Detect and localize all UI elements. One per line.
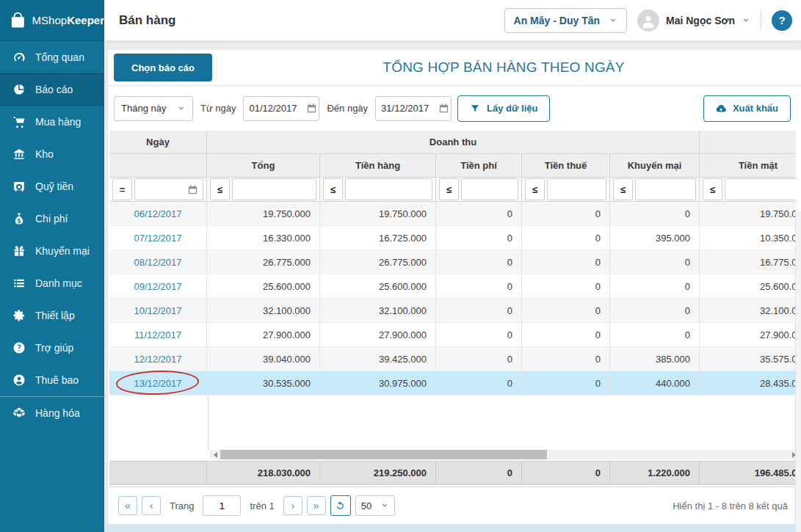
tien-mat-filter-field[interactable]: [730, 184, 796, 195]
sidebar-item-tro-giup[interactable]: Trợ giúp: [0, 332, 104, 364]
vertical-scrollbar-strip[interactable]: [795, 211, 801, 532]
list-icon: [12, 277, 26, 290]
scrollbar-track[interactable]: [220, 450, 789, 459]
store-selector-dropdown[interactable]: An Mây - Duy Tân: [504, 8, 627, 33]
page-size-select[interactable]: 50: [355, 495, 395, 516]
total-tien-phi: 0: [436, 462, 522, 484]
column-header-ngay[interactable]: Ngày: [109, 131, 207, 153]
sidebar-item-thue-bao[interactable]: Thuê bao: [0, 364, 104, 396]
table-row[interactable]: 06/12/2017 19.750.000 19.750.000 0 0 0 1…: [109, 202, 796, 226]
sidebar-item-label: Mua hàng: [35, 116, 81, 128]
date-filter-field[interactable]: [139, 184, 187, 195]
khuyen-mai-filter-field[interactable]: [640, 184, 691, 195]
table-row[interactable]: 07/12/2017 16.330.000 16.725.000 0 0 395…: [109, 226, 796, 250]
total-khuyen-mai: 1.220.000: [610, 462, 700, 484]
cell-tien-hang: 26.775.000: [320, 250, 436, 274]
sidebar-item-quy-tien[interactable]: Quỹ tiền: [0, 170, 104, 203]
column-header-tien-mat[interactable]: Tiền mặt: [700, 154, 796, 177]
tien-hang-filter-input[interactable]: [345, 178, 432, 200]
calendar-icon[interactable]: [187, 184, 198, 195]
table-row[interactable]: 09/12/2017 25.600.000 25.600.000 0 0 0 2…: [109, 274, 796, 299]
report-table: Ngày Doanh thu Tổng Tiền hàng Tiền phí T…: [108, 131, 801, 459]
first-page-button[interactable]: «: [118, 496, 137, 515]
tien-phi-filter-operator[interactable]: ≤: [439, 178, 459, 200]
date-filter-operator[interactable]: =: [112, 178, 132, 200]
from-date-value[interactable]: [249, 103, 302, 114]
sidebar-item-hang-hoa[interactable]: Hàng hóa: [0, 397, 104, 429]
date-link[interactable]: 08/12/2017: [109, 250, 207, 274]
page-size-value: 50: [361, 500, 371, 511]
date-link[interactable]: 06/12/2017: [109, 202, 207, 225]
column-header-tien-hang[interactable]: Tiền hàng: [320, 154, 436, 177]
tong-filter-field[interactable]: [237, 184, 311, 195]
total-tien-mat: 196.485.000: [700, 462, 796, 484]
tien-hang-filter-operator[interactable]: ≤: [323, 178, 343, 200]
sidebar-item-mua-hang[interactable]: Mua hàng: [0, 106, 104, 138]
table-row[interactable]: 10/12/2017 32.100.000 32.100.000 0 0 0 3…: [109, 299, 796, 323]
tien-mat-filter-input[interactable]: [725, 178, 796, 200]
date-link-circled[interactable]: 13/12/2017: [109, 371, 207, 395]
sidebar-item-kho[interactable]: Kho: [0, 138, 104, 170]
cell-khuyen-mai: 440.000: [610, 371, 700, 395]
prev-page-button[interactable]: ‹: [142, 496, 161, 515]
calendar-icon[interactable]: [306, 103, 317, 114]
sidebar-item-bao-cao[interactable]: Báo cáo: [0, 73, 104, 106]
page-number-input[interactable]: [203, 495, 241, 516]
choose-report-button[interactable]: Chọn báo cáo: [114, 54, 212, 81]
date-link[interactable]: 11/12/2017: [109, 323, 207, 346]
sidebar-item-chi-phi[interactable]: Chi phí: [0, 203, 104, 235]
sidebar-item-khuyen-mai[interactable]: Khuyến mại: [0, 235, 104, 267]
report-toolbar: Chọn báo cáo TỔNG HỢP BÁN HÀNG THEO NGÀY: [108, 50, 801, 86]
column-header-tien-phi[interactable]: Tiền phí: [436, 154, 522, 177]
brand-name-light: MShop: [32, 14, 68, 26]
tong-filter-input[interactable]: [232, 178, 316, 200]
period-select[interactable]: Tháng này: [114, 96, 193, 121]
to-date-input[interactable]: [375, 96, 452, 121]
page-of-label: trên 1: [245, 500, 278, 511]
last-page-button[interactable]: »: [307, 496, 326, 515]
money-bag-icon: [12, 212, 26, 225]
khuyen-mai-filter-operator[interactable]: ≤: [613, 178, 633, 200]
tien-phi-filter-field[interactable]: [466, 184, 513, 195]
tien-phi-filter-input[interactable]: [461, 178, 518, 200]
khuyen-mai-filter-input[interactable]: [635, 178, 696, 200]
brand-logo[interactable]: MShopKeeper: [0, 0, 104, 41]
refresh-button[interactable]: [330, 495, 351, 516]
horizontal-scrollbar[interactable]: [210, 450, 796, 459]
help-button[interactable]: ?: [772, 10, 792, 31]
tien-thue-filter-operator[interactable]: ≤: [525, 178, 545, 200]
calendar-icon[interactable]: [438, 103, 449, 114]
scroll-left-arrow[interactable]: [210, 450, 220, 459]
tien-thue-filter-input[interactable]: [547, 178, 606, 200]
sidebar-item-tong-quan[interactable]: Tổng quan: [0, 41, 104, 73]
column-header-tien-thue[interactable]: Tiền thuế: [522, 154, 610, 177]
table-filter-row: = ≤ ≤ ≤ ≤ ≤ ≤: [109, 178, 796, 202]
user-menu[interactable]: Mai Ngọc Sơn: [637, 10, 750, 32]
date-filter-input[interactable]: [134, 178, 203, 200]
cell-tong: 30.535.000: [207, 371, 320, 395]
date-link[interactable]: 10/12/2017: [109, 299, 207, 322]
date-link[interactable]: 12/12/2017: [109, 347, 207, 371]
scrollbar-thumb[interactable]: [220, 450, 547, 459]
export-button[interactable]: Xuất khẩu: [703, 95, 791, 122]
sidebar-item-thiet-lap[interactable]: Thiết lập: [0, 299, 104, 332]
tien-thue-filter-field[interactable]: [552, 184, 601, 195]
tien-hang-filter-field[interactable]: [350, 184, 427, 195]
next-page-button[interactable]: ›: [283, 496, 302, 515]
column-header-tong[interactable]: Tổng: [207, 154, 320, 177]
get-data-button[interactable]: Lấy dữ liệu: [457, 95, 550, 122]
table-row[interactable]: 12/12/2017 39.040.000 39.425.000 0 0 385…: [109, 347, 796, 371]
table-row[interactable]: 08/12/2017 26.775.000 26.775.000 0 0 0 1…: [109, 250, 796, 274]
date-link[interactable]: 09/12/2017: [109, 274, 207, 298]
to-date-value[interactable]: [381, 103, 434, 114]
date-link[interactable]: 07/12/2017: [109, 226, 207, 249]
cell-tien-phi: 0: [436, 323, 522, 346]
from-date-input[interactable]: [243, 96, 319, 121]
column-header-khuyen-mai[interactable]: Khuyến mại: [610, 154, 700, 177]
sidebar-item-danh-muc[interactable]: Danh mục: [0, 267, 104, 299]
table-row-selected[interactable]: 13/12/2017 30.535.000 30.975.000 0 0 440…: [109, 371, 796, 396]
cell-khuyen-mai: 395.000: [610, 226, 700, 249]
tong-filter-operator[interactable]: ≤: [210, 178, 230, 200]
table-row[interactable]: 11/12/2017 27.900.000 27.900.000 0 0 0 2…: [109, 323, 796, 347]
tien-mat-filter-operator[interactable]: ≤: [703, 178, 722, 200]
